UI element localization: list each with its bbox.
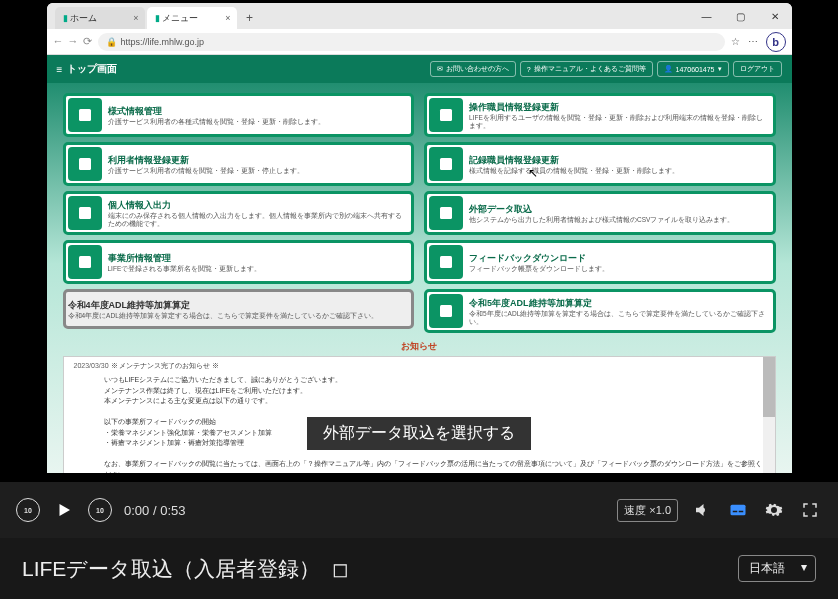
bookmark-icon[interactable]: ◻: [332, 557, 349, 581]
svg-rect-1: [79, 158, 91, 170]
menu-card[interactable]: 事業所情報管理LIFEで登録される事業所名を閲覧・更新します。: [63, 240, 415, 284]
menu-card[interactable]: 令和4年度ADL維持等加算算定令和4年度にADL維持等加算を算定する場合は、こち…: [63, 289, 415, 329]
svg-rect-11: [739, 511, 744, 513]
menu-card[interactable]: 様式情報管理介護サービス利用者の各種式情報を閲覧・登録・更新・削除します。: [63, 93, 415, 137]
scrollbar[interactable]: [763, 357, 775, 473]
card-icon: [429, 98, 463, 132]
contact-button[interactable]: ✉ お問い合わせの方へ: [430, 61, 516, 77]
url-field[interactable]: 🔒 https://life.mhlw.go.jp: [98, 33, 725, 51]
menu-card[interactable]: フィードバックダウンロードフィードバック帳票をダウンロードします。: [424, 240, 776, 284]
menu-card[interactable]: 利用者情報登録更新介護サービス利用者の情報を閲覧・登録・更新・停止します。: [63, 142, 415, 186]
language-select[interactable]: 日本語: [738, 555, 816, 582]
video-title: LIFEデータ取込（入居者登録）: [22, 555, 320, 583]
card-desc: LIFEを利用するユーザの情報を閲覧・登録・更新・削除および利用端末の情報を登録…: [469, 114, 767, 130]
browser-window: ▮ ホーム ▮ メニュー + — ▢ ✕ ← → ⟳ 🔒 https://lif…: [47, 3, 792, 473]
url-bar: ← → ⟳ 🔒 https://life.mhlw.go.jp ☆ ⋯ b: [47, 29, 792, 55]
svg-rect-10: [733, 511, 738, 513]
notice-date: 2023/03/30: [74, 362, 109, 369]
card-title: 令和5年度ADL維持等加算算定: [469, 297, 767, 310]
card-title: 様式情報管理: [108, 105, 406, 118]
user-badge[interactable]: 👤 1470601475 ▾: [657, 61, 729, 77]
menu-card[interactable]: 記録職員情報登録更新様式情報を記録する職員の情報を閲覧・登録・更新・削除します。: [424, 142, 776, 186]
card-desc: 端末にのみ保存される個人情報の入出力をします。個人情報を事業所内で別の端末へ共有…: [108, 212, 406, 228]
card-desc: 様式情報を記録する職員の情報を閲覧・登録・更新・削除します。: [469, 167, 767, 175]
menu-card[interactable]: 外部データ取込他システムから出力した利用者情報および様式情報のCSVファイルを取…: [424, 191, 776, 235]
browser-tab[interactable]: ▮ ホーム: [55, 7, 145, 29]
speed-button[interactable]: 速度 ×1.0: [617, 499, 678, 522]
back-icon[interactable]: ←: [53, 35, 64, 48]
minimize-button[interactable]: —: [690, 3, 724, 29]
forward-icon[interactable]: →: [68, 35, 79, 48]
subtitle-overlay: 外部データ取込を選択する: [307, 417, 531, 450]
card-icon: [68, 98, 102, 132]
page-header: ≡ トップ画面 ✉ お問い合わせの方へ ? 操作マニュアル・よくあるご質問等 👤…: [47, 55, 792, 83]
manual-button[interactable]: ? 操作マニュアル・よくあるご質問等: [520, 61, 653, 77]
svg-rect-6: [440, 207, 452, 219]
rewind-10-button[interactable]: 10: [16, 498, 40, 522]
card-title: 外部データ取込: [469, 203, 767, 216]
card-icon: [429, 245, 463, 279]
card-desc: 介護サービス利用者の各種式情報を閲覧・登録・更新・削除します。: [108, 118, 406, 126]
svg-rect-9: [731, 505, 746, 516]
volume-button[interactable]: [690, 498, 714, 522]
card-title: 利用者情報登録更新: [108, 154, 406, 167]
card-title: 記録職員情報登録更新: [469, 154, 767, 167]
logout-button[interactable]: ログアウト: [733, 61, 782, 77]
card-title: フィードバックダウンロード: [469, 252, 767, 265]
notice-title: ※ メンテナンス完了のお知らせ ※: [111, 362, 220, 369]
notice-box: 2023/03/30 ※ メンテナンス完了のお知らせ ※いつもLIFEシステムに…: [63, 356, 776, 473]
refresh-icon[interactable]: ⟳: [83, 35, 92, 48]
card-desc: フィードバック帳票をダウンロードします。: [469, 265, 767, 273]
hamburger-icon[interactable]: ≡: [57, 64, 63, 75]
page-title-text: トップ画面: [67, 62, 117, 76]
title-bar: LIFEデータ取込（入居者登録） ◻ 日本語: [0, 538, 838, 599]
forward-10-button[interactable]: 10: [88, 498, 112, 522]
fullscreen-button[interactable]: [798, 498, 822, 522]
svg-rect-7: [440, 256, 452, 268]
card-desc: 介護サービス利用者の情報を閲覧・登録・更新・停止します。: [108, 167, 406, 175]
captions-button[interactable]: [726, 498, 750, 522]
maximize-button[interactable]: ▢: [724, 3, 758, 29]
svg-rect-4: [440, 109, 452, 121]
svg-rect-3: [79, 256, 91, 268]
svg-rect-2: [79, 207, 91, 219]
settings-button[interactable]: [762, 498, 786, 522]
menu-card[interactable]: 令和5年度ADL維持等加算算定令和5年度にADL維持等加算を算定する場合は、こち…: [424, 289, 776, 333]
card-icon: [68, 147, 102, 181]
page-content: ≡ トップ画面 ✉ お問い合わせの方へ ? 操作マニュアル・よくあるご質問等 👤…: [47, 55, 792, 473]
card-icon: [429, 147, 463, 181]
play-button[interactable]: [52, 498, 76, 522]
card-title: 事業所情報管理: [108, 252, 406, 265]
card-desc: 他システムから出力した利用者情報および様式情報のCSVファイルを取り込みます。: [469, 216, 767, 224]
card-desc: 令和5年度にADL維持等加算を算定する場合は、こちらで算定要件を満たしているかご…: [469, 310, 767, 326]
card-desc: LIFEで登録される事業所名を閲覧・更新します。: [108, 265, 406, 273]
url-text: https://life.mhlw.go.jp: [121, 37, 205, 47]
card-icon: [68, 196, 102, 230]
svg-rect-8: [440, 305, 452, 317]
time-display: 0:00 / 0:53: [124, 503, 185, 518]
card-icon: [68, 245, 102, 279]
lock-icon: 🔒: [106, 37, 117, 47]
browser-tab[interactable]: ▮ メニュー: [147, 7, 237, 29]
notice-heading: お知らせ: [47, 337, 792, 356]
favorite-icon[interactable]: ☆: [731, 36, 740, 47]
svg-rect-5: [440, 158, 452, 170]
new-tab-button[interactable]: +: [239, 7, 261, 29]
menu-card[interactable]: 操作職員情報登録更新LIFEを利用するユーザの情報を閲覧・登録・更新・削除および…: [424, 93, 776, 137]
svg-rect-0: [79, 109, 91, 121]
card-title: 操作職員情報登録更新: [469, 101, 767, 114]
menu-cards: 様式情報管理介護サービス利用者の各種式情報を閲覧・登録・更新・削除します。利用者…: [47, 83, 792, 337]
video-area: ▮ ホーム ▮ メニュー + — ▢ ✕ ← → ⟳ 🔒 https://lif…: [0, 0, 838, 482]
card-icon: [429, 294, 463, 328]
video-controls: 10 10 0:00 / 0:53 速度 ×1.0: [0, 482, 838, 538]
bing-icon[interactable]: b: [766, 32, 786, 52]
card-title: 令和4年度ADL維持等加算算定: [68, 299, 406, 312]
card-title: 個人情報入出力: [108, 199, 406, 212]
browser-tab-strip: ▮ ホーム ▮ メニュー + — ▢ ✕: [47, 3, 792, 29]
card-icon: [429, 196, 463, 230]
menu-icon[interactable]: ⋯: [748, 36, 758, 47]
card-desc: 令和4年度にADL維持等加算を算定する場合は、こちらで算定要件を満たしているかご…: [68, 312, 406, 320]
close-button[interactable]: ✕: [758, 3, 792, 29]
menu-card[interactable]: 個人情報入出力端末にのみ保存される個人情報の入出力をします。個人情報を事業所内で…: [63, 191, 415, 235]
